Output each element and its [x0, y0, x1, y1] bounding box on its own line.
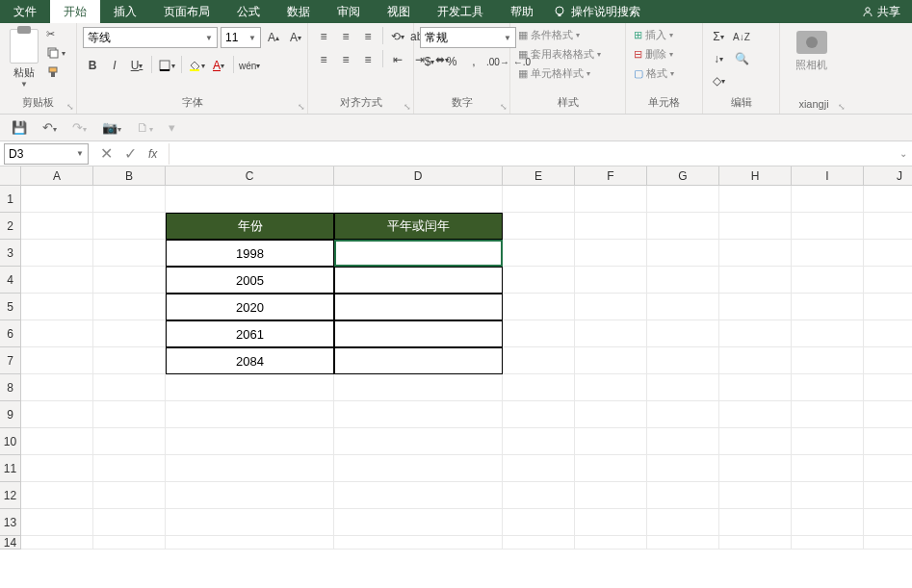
row-header-4[interactable]: 4	[0, 267, 21, 294]
tell-me[interactable]: 操作说明搜索	[553, 4, 640, 20]
italic-button[interactable]: I	[105, 56, 124, 75]
cell-G13[interactable]	[647, 509, 719, 536]
enter-formula-button[interactable]: ✓	[124, 144, 137, 163]
cell-F13[interactable]	[575, 509, 647, 536]
cell-B14[interactable]	[93, 536, 166, 550]
cell-F10[interactable]	[575, 428, 647, 455]
cell-H11[interactable]	[719, 455, 792, 482]
redo-button[interactable]: ↷▾	[68, 118, 91, 137]
cell-H5[interactable]	[719, 294, 792, 320]
sort-filter-button[interactable]: A↓Z	[732, 27, 751, 46]
column-header-C[interactable]: C	[166, 166, 334, 186]
cell-B12[interactable]	[93, 482, 166, 509]
cell-A4[interactable]	[21, 267, 93, 294]
cell-G5[interactable]	[647, 294, 719, 320]
cell-E9[interactable]	[503, 401, 575, 428]
paste-button[interactable]: 粘贴 ▼	[6, 27, 42, 90]
cell-I3[interactable]	[792, 240, 864, 267]
tab-home[interactable]: 开始	[50, 0, 100, 23]
row-header-13[interactable]: 13	[0, 509, 21, 536]
row-header-2[interactable]: 2	[0, 213, 21, 240]
cell-J11[interactable]	[864, 455, 912, 482]
tab-formulas[interactable]: 公式	[223, 0, 274, 23]
cell-A6[interactable]	[21, 320, 93, 347]
cell-H9[interactable]	[719, 401, 792, 428]
cell-J3[interactable]	[864, 240, 912, 267]
format-cells-button[interactable]: ▢格式▾	[632, 65, 676, 82]
cell-F6[interactable]	[575, 320, 647, 347]
cell-C2[interactable]: 年份	[166, 213, 334, 240]
row-header-11[interactable]: 11	[0, 455, 21, 482]
cell-H14[interactable]	[719, 536, 792, 550]
fill-button[interactable]: ↓▾	[709, 49, 728, 68]
row-header-10[interactable]: 10	[0, 428, 21, 455]
tab-file[interactable]: 文件	[0, 0, 50, 23]
cell-E11[interactable]	[503, 455, 575, 482]
cell-C3[interactable]: 1998	[166, 240, 334, 267]
clear-button[interactable]: ◇▾	[709, 71, 728, 90]
align-center-button[interactable]: ≡	[336, 50, 355, 69]
cell-A9[interactable]	[21, 401, 93, 428]
cut-button[interactable]: ✂	[44, 27, 67, 41]
column-header-I[interactable]: I	[792, 166, 864, 186]
cell-F4[interactable]	[575, 267, 647, 294]
comma-button[interactable]: ,	[464, 52, 483, 71]
number-launcher[interactable]: ⤡	[500, 102, 508, 112]
active-cell[interactable]	[334, 240, 503, 267]
cell-F12[interactable]	[575, 482, 647, 509]
cell-C11[interactable]	[166, 455, 334, 482]
increase-font-button[interactable]: A▴	[264, 28, 283, 47]
cell-C12[interactable]	[166, 482, 334, 509]
cell-D6[interactable]	[334, 320, 503, 347]
find-select-button[interactable]: 🔍	[732, 49, 751, 68]
cell-G2[interactable]	[647, 213, 719, 240]
cell-D13[interactable]	[334, 509, 503, 536]
cell-B7[interactable]	[93, 347, 166, 374]
cell-J4[interactable]	[864, 267, 912, 294]
cell-F1[interactable]	[575, 186, 647, 213]
column-header-G[interactable]: G	[647, 166, 719, 186]
cell-F5[interactable]	[575, 294, 647, 320]
align-middle-button[interactable]: ≡	[336, 27, 355, 46]
cell-J9[interactable]	[864, 401, 912, 428]
row-header-8[interactable]: 8	[0, 374, 21, 401]
cell-E12[interactable]	[503, 482, 575, 509]
border-button[interactable]: ▾	[157, 56, 176, 75]
conditional-format-button[interactable]: ▦条件格式▾	[516, 27, 603, 43]
orientation-button[interactable]: ⟲▾	[388, 27, 407, 46]
cell-I7[interactable]	[792, 347, 864, 374]
font-size-combo[interactable]: 11▼	[221, 27, 261, 48]
cell-J14[interactable]	[864, 536, 912, 550]
fx-button[interactable]: fx	[148, 147, 157, 161]
cell-D9[interactable]	[334, 401, 503, 428]
cell-C10[interactable]	[166, 428, 334, 455]
tab-help[interactable]: 帮助	[497, 0, 547, 23]
cell-A3[interactable]	[21, 240, 93, 267]
column-header-J[interactable]: J	[864, 166, 912, 186]
cell-J12[interactable]	[864, 482, 912, 509]
decrease-indent-button[interactable]: ⇤	[388, 50, 407, 69]
cell-B1[interactable]	[93, 186, 166, 213]
name-box[interactable]: D3▼	[4, 143, 89, 165]
cell-A8[interactable]	[21, 374, 93, 401]
cell-C9[interactable]	[166, 401, 334, 428]
cell-A13[interactable]	[21, 509, 93, 536]
cell-G4[interactable]	[647, 267, 719, 294]
currency-button[interactable]: $▾	[420, 52, 439, 71]
row-header-6[interactable]: 6	[0, 320, 21, 347]
cell-G3[interactable]	[647, 240, 719, 267]
cell-F11[interactable]	[575, 455, 647, 482]
alignment-launcher[interactable]: ⤡	[404, 102, 411, 112]
cell-F8[interactable]	[575, 374, 647, 401]
cell-J2[interactable]	[864, 213, 912, 240]
cell-J8[interactable]	[864, 374, 912, 401]
cell-I6[interactable]	[792, 320, 864, 347]
row-header-3[interactable]: 3	[0, 240, 21, 267]
cell-F14[interactable]	[575, 536, 647, 550]
cell-H4[interactable]	[719, 267, 792, 294]
cell-I4[interactable]	[792, 267, 864, 294]
cell-A14[interactable]	[21, 536, 93, 550]
cell-I5[interactable]	[792, 294, 864, 320]
row-header-7[interactable]: 7	[0, 347, 21, 374]
camera-button[interactable]: 照相机	[786, 27, 837, 76]
